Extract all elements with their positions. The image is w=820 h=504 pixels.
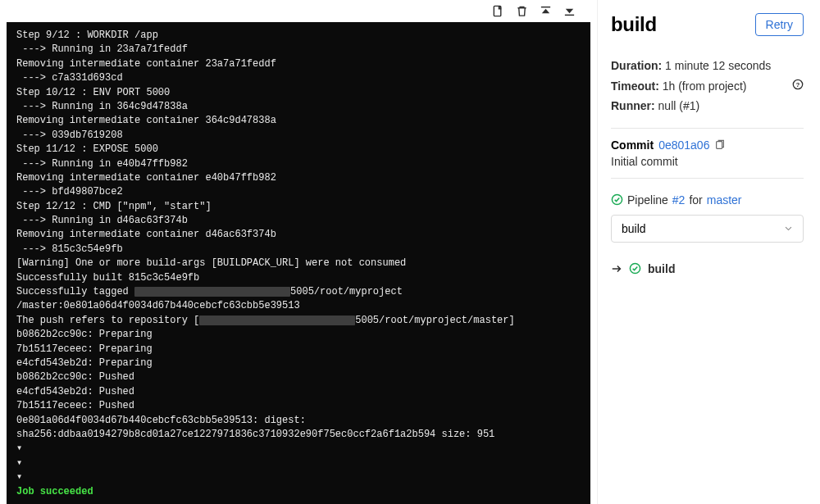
duration-label: Duration:	[611, 59, 662, 72]
pipeline-id-link[interactable]: #2	[672, 193, 686, 207]
stage-selected-value: build	[622, 222, 646, 235]
sidebar: build Retry Duration: 1 minute 12 second…	[597, 0, 820, 504]
pipeline-label: Pipeline	[627, 193, 668, 207]
scroll-bottom-icon[interactable]	[563, 5, 576, 17]
help-icon[interactable]: ?	[792, 76, 804, 97]
divider	[611, 128, 804, 129]
svg-rect-1	[541, 7, 550, 8]
svg-rect-2	[565, 15, 574, 16]
retry-button[interactable]: Retry	[755, 13, 804, 36]
job-status-passed-icon	[629, 262, 641, 275]
pipeline-for: for	[689, 193, 702, 207]
commit-label: Commit	[611, 138, 654, 152]
pipeline-branch-link[interactable]: master	[707, 193, 742, 207]
job-log[interactable]: Step 9/12 : WORKDIR /app ---> Running in…	[7, 22, 590, 504]
duration-value: 1 minute 12 seconds	[665, 59, 771, 72]
pipeline-status-passed-icon	[611, 193, 623, 206]
job-name: build	[648, 262, 675, 275]
main-panel: Step 9/12 : WORKDIR /app ---> Running in…	[0, 0, 597, 504]
chevron-down-icon	[784, 224, 793, 233]
commit-message: Initial commit	[611, 155, 804, 168]
runner-value: null (#1)	[658, 99, 700, 112]
runner-label: Runner:	[611, 99, 655, 112]
log-toolbar	[7, 0, 590, 22]
timeout-label: Timeout:	[611, 79, 659, 93]
pipeline-row: Pipeline #2 for master	[611, 193, 804, 207]
scroll-top-icon[interactable]	[540, 5, 552, 17]
stage-select[interactable]: build	[611, 215, 804, 243]
commit-sha-link[interactable]: 0e801a06	[658, 138, 709, 152]
divider	[611, 178, 804, 179]
job-info: Duration: 1 minute 12 seconds Timeout: 1…	[611, 56, 804, 116]
svg-text:?: ?	[796, 81, 800, 89]
job-title: build	[611, 13, 657, 36]
commit-line: Commit 0e801a06	[611, 138, 804, 152]
copy-icon[interactable]	[714, 139, 726, 151]
erase-log-icon[interactable]	[516, 5, 528, 17]
timeout-value: 1h (from project)	[663, 79, 747, 93]
arrow-right-icon	[611, 263, 622, 275]
job-row[interactable]: build	[611, 262, 804, 275]
svg-rect-5	[717, 141, 722, 148]
raw-log-icon[interactable]	[492, 5, 504, 17]
